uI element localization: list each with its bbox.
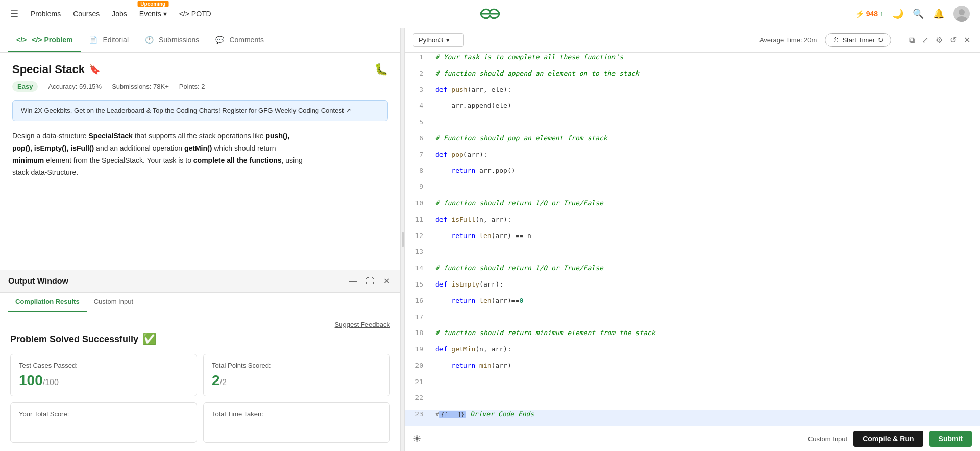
code-line: 8 return arr.pop() <box>405 166 980 182</box>
tab-comments[interactable]: 💬 Comments <box>207 28 272 52</box>
code-line: 14 # function should return 1/0 or True/… <box>405 264 980 280</box>
dark-mode-button[interactable]: 🌙 <box>892 8 903 19</box>
output-tabs: Compilation Results Custom Input <box>0 293 400 312</box>
start-timer-button[interactable]: ⏱ Start Timer ↻ <box>825 33 891 47</box>
submissions: Submissions: 78K+ <box>112 83 169 90</box>
custom-input-link[interactable]: Custom Input <box>808 435 847 443</box>
output-window: Output Window — ⛶ ✕ Compilation Results … <box>0 270 400 451</box>
editor-footer: ☀ Custom Input Compile & Run Submit <box>405 426 980 451</box>
suggest-feedback-link[interactable]: Suggest Feedback <box>335 321 390 328</box>
points-card: Total Points Scored: 2/2 <box>203 354 390 396</box>
nav-jobs[interactable]: Jobs <box>112 10 127 18</box>
code-line: 1 # Your task is to complete all these f… <box>405 53 980 69</box>
code-line: 20 return min(arr) <box>405 361 980 377</box>
compile-run-button[interactable]: Compile & Run <box>853 431 923 447</box>
timer-icon: ⏱ <box>832 36 839 44</box>
code-line: 6 # Function should pop an element from … <box>405 134 980 150</box>
code-line: 12 return len(arr) == n <box>405 231 980 248</box>
streak-counter: ⚡ 948 ↑ <box>855 10 883 18</box>
problem-title-row: Special Stack 🔖 🐛 <box>12 63 388 76</box>
problem-content: Special Stack 🔖 🐛 Easy Accuracy: 59.15% … <box>0 53 400 270</box>
code-line: 7 def pop(arr): <box>405 150 980 167</box>
code-line: 18 # function should return minimum elem… <box>405 328 980 345</box>
expand-editor-button[interactable]: ⤢ <box>920 34 930 46</box>
total-score-label: Your Total Score: <box>19 410 188 418</box>
code-line: 13 <box>405 247 980 264</box>
lang-chevron-icon: ▾ <box>446 36 450 44</box>
settings-button[interactable]: ⚙ <box>934 34 944 46</box>
user-avatar[interactable] <box>953 6 970 22</box>
suggest-feedback: Suggest Feedback <box>10 320 390 328</box>
tab-editorial[interactable]: 📄 Editorial <box>81 28 137 52</box>
code-line: 22 <box>405 393 980 410</box>
points-value: 2/2 <box>212 372 381 389</box>
problem-description: Design a data-structure SpecialStack tha… <box>12 130 388 179</box>
avg-time: Average Time: 20m <box>760 36 817 44</box>
code-line: 11 def isFull(n, arr): <box>405 215 980 231</box>
navbar: ☰ Problems Courses Jobs Upcoming Events … <box>0 0 980 28</box>
problem-title: Special Stack <box>12 63 85 76</box>
contest-banner[interactable]: Win 2X Geekbits, Get on the Leaderboard … <box>12 100 388 121</box>
code-line: 21 <box>405 377 980 394</box>
panel-divider[interactable] <box>401 28 405 451</box>
total-score-card: Your Total Score: <box>10 402 197 443</box>
language-selector[interactable]: Python3 ▾ <box>413 33 464 47</box>
submit-button[interactable]: Submit <box>929 431 972 447</box>
code-line: 16 return len(arr)==0 <box>405 296 980 313</box>
maximize-button[interactable]: ⛶ <box>364 276 376 287</box>
output-body: Suggest Feedback Problem Solved Successf… <box>0 312 400 451</box>
bookmark-icon[interactable]: 🔖 <box>89 64 100 75</box>
right-panel: Python3 ▾ Average Time: 20m ⏱ Start Time… <box>405 28 980 451</box>
close-editor-button[interactable]: ✕ <box>962 34 972 46</box>
editorial-icon: 📄 <box>89 36 97 44</box>
code-icon: </> <box>16 36 27 44</box>
language-value: Python3 <box>419 36 443 44</box>
navbar-left: ☰ Problems Courses Jobs Upcoming Events … <box>10 2 211 26</box>
code-editor[interactable]: 1 # Your task is to complete all these f… <box>405 53 980 426</box>
check-circle-icon: ✅ <box>142 333 156 346</box>
reset-button[interactable]: ↺ <box>948 34 958 46</box>
hamburger-menu[interactable]: ☰ <box>10 2 18 26</box>
gfg-logo[interactable] <box>479 3 501 25</box>
svg-point-1 <box>959 9 965 15</box>
tab-problem[interactable]: </> </> Problem <box>8 28 81 52</box>
contest-banner-text: Win 2X Geekbits, Get on the Leaderboard … <box>21 107 351 114</box>
output-tab-custom-input[interactable]: Custom Input <box>87 293 140 312</box>
notifications-button[interactable]: 🔔 <box>933 8 944 19</box>
code-line-highlighted: 23 #{[---]} Driver Code Ends <box>405 410 980 426</box>
theme-toggle-button[interactable]: ☀ <box>413 433 421 444</box>
divider-handle <box>402 232 404 247</box>
accuracy: Accuracy: 59.15% <box>48 83 102 90</box>
total-time-card: Total Time Taken: <box>203 402 390 443</box>
code-line: 5 <box>405 117 980 134</box>
output-window-title: Output Window <box>8 277 68 286</box>
minimize-button[interactable]: — <box>347 276 359 287</box>
problem-tabs: </> </> Problem 📄 Editorial 🕐 Submission… <box>0 28 400 53</box>
nav-problems[interactable]: Problems <box>31 10 61 18</box>
chevron-down-icon: ▾ <box>163 10 167 18</box>
nav-courses[interactable]: Courses <box>73 10 100 18</box>
editor-icons: ⧉ ⤢ ⚙ ↺ ✕ <box>908 34 972 46</box>
output-controls: — ⛶ ✕ <box>347 275 392 287</box>
copy-code-button[interactable]: ⧉ <box>908 34 916 46</box>
code-line: 10 # function should return 1/0 or True/… <box>405 199 980 215</box>
close-button[interactable]: ✕ <box>381 275 392 287</box>
code-line: 15 def isEmpty(arr): <box>405 280 980 296</box>
code-line: 9 <box>405 182 980 199</box>
code-line: 19 def getMin(n, arr): <box>405 345 980 361</box>
streak-value: 948 <box>866 10 878 18</box>
streak-up-icon: ↑ <box>880 10 883 17</box>
nav-events[interactable]: Upcoming Events ▾ <box>139 10 167 18</box>
navbar-right: ⚡ 948 ↑ 🌙 🔍 🔔 <box>855 6 970 22</box>
points-label: Total Points Scored: <box>212 362 381 369</box>
bug-icon[interactable]: 🐛 <box>374 63 388 76</box>
output-tab-compilation[interactable]: Compilation Results <box>8 293 87 312</box>
code-line: 2 # function should append an element on… <box>405 69 980 85</box>
tab-submissions[interactable]: 🕐 Submissions <box>137 28 207 52</box>
search-button[interactable]: 🔍 <box>913 8 924 19</box>
success-text: Problem Solved Successfully <box>10 334 138 345</box>
results-grid: Test Cases Passed: 100/100 Total Points … <box>10 354 390 443</box>
nav-potd[interactable]: </> POTD <box>179 10 211 18</box>
test-cases-card: Test Cases Passed: 100/100 <box>10 354 197 396</box>
comment-icon: 💬 <box>215 36 224 44</box>
